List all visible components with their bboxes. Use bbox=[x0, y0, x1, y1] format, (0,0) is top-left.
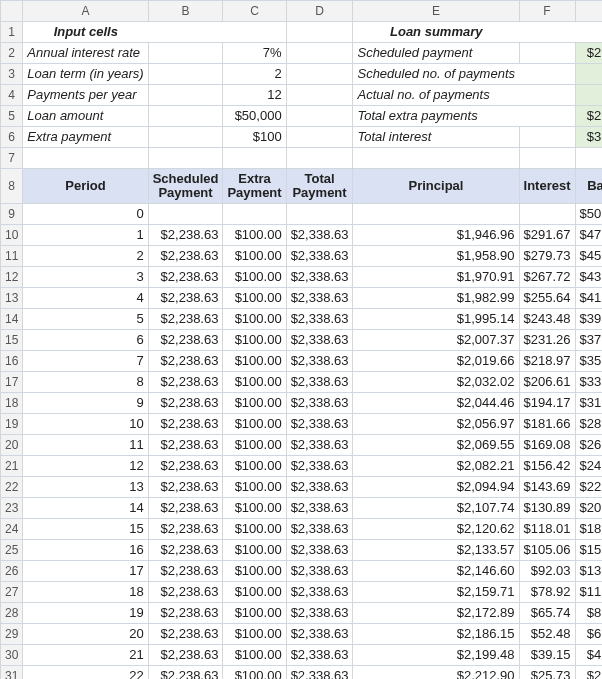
cell-scheduled[interactable]: $2,238.63 bbox=[148, 288, 223, 309]
cell-balance[interactable]: $28,984.61 bbox=[575, 414, 602, 435]
col-header[interactable]: G bbox=[575, 1, 602, 22]
label-total-extra-payments[interactable]: Total extra payments bbox=[353, 106, 519, 127]
th-balance[interactable]: Balance bbox=[575, 169, 602, 204]
cell-extra[interactable]: $100.00 bbox=[223, 309, 286, 330]
cell-scheduled[interactable]: $2,238.63 bbox=[148, 561, 223, 582]
cell-balance[interactable]: $37,537.72 bbox=[575, 330, 602, 351]
cell-extra[interactable]: $100.00 bbox=[223, 393, 286, 414]
summary-scheduled-no-payments[interactable]: 24 bbox=[575, 64, 602, 85]
cell-balance[interactable]: $11,269.66 bbox=[575, 582, 602, 603]
cell-extra[interactable]: $100.00 bbox=[223, 456, 286, 477]
cell-total[interactable]: $2,338.63 bbox=[286, 519, 353, 540]
row-header[interactable]: 30 bbox=[1, 645, 23, 666]
cell-interest[interactable] bbox=[519, 204, 575, 225]
cell[interactable] bbox=[286, 43, 353, 64]
cell-interest[interactable]: $169.08 bbox=[519, 435, 575, 456]
cell-principal[interactable]: $2,082.21 bbox=[353, 456, 519, 477]
cell-extra[interactable]: $100.00 bbox=[223, 624, 286, 645]
input-loan-term[interactable]: 2 bbox=[223, 64, 286, 85]
cell-total[interactable]: $2,338.63 bbox=[286, 288, 353, 309]
row-header[interactable]: 27 bbox=[1, 582, 23, 603]
cell-extra[interactable]: $100.00 bbox=[223, 477, 286, 498]
cell-principal[interactable]: $2,199.48 bbox=[353, 645, 519, 666]
input-cells-header[interactable]: Input cells bbox=[23, 22, 148, 43]
cell-principal[interactable]: $1,958.90 bbox=[353, 246, 519, 267]
row-header[interactable]: 9 bbox=[1, 204, 23, 225]
cell-interest[interactable]: $130.89 bbox=[519, 498, 575, 519]
cell-total[interactable]: $2,338.63 bbox=[286, 330, 353, 351]
cell-total[interactable]: $2,338.63 bbox=[286, 372, 353, 393]
cell-period[interactable]: 14 bbox=[23, 498, 148, 519]
cell[interactable] bbox=[519, 148, 575, 169]
cell-total[interactable]: $2,338.63 bbox=[286, 645, 353, 666]
cell[interactable] bbox=[148, 85, 223, 106]
cell-scheduled[interactable]: $2,238.63 bbox=[148, 519, 223, 540]
cell-period[interactable]: 19 bbox=[23, 603, 148, 624]
summary-total-extra-payments[interactable]: $2,200.00 bbox=[575, 106, 602, 127]
label-loan-amount[interactable]: Loan amount bbox=[23, 106, 148, 127]
cell-principal[interactable]: $2,186.15 bbox=[353, 624, 519, 645]
cell-period[interactable]: 9 bbox=[23, 393, 148, 414]
cell-scheduled[interactable]: $2,238.63 bbox=[148, 246, 223, 267]
cell-period[interactable]: 13 bbox=[23, 477, 148, 498]
th-interest[interactable]: Interest bbox=[519, 169, 575, 204]
summary-scheduled-payment[interactable]: $2,238.63 bbox=[575, 43, 602, 64]
cell-principal[interactable]: $2,007.37 bbox=[353, 330, 519, 351]
cell[interactable] bbox=[286, 106, 353, 127]
cell-extra[interactable]: $100.00 bbox=[223, 519, 286, 540]
cell-scheduled[interactable] bbox=[148, 204, 223, 225]
cell-total[interactable]: $2,338.63 bbox=[286, 582, 353, 603]
row-header[interactable]: 16 bbox=[1, 351, 23, 372]
row-header[interactable]: 12 bbox=[1, 267, 23, 288]
row-header[interactable]: 14 bbox=[1, 309, 23, 330]
cell[interactable] bbox=[148, 22, 223, 43]
cell[interactable] bbox=[286, 64, 353, 85]
cell[interactable] bbox=[519, 106, 575, 127]
cell-scheduled[interactable]: $2,238.63 bbox=[148, 477, 223, 498]
cell[interactable] bbox=[286, 148, 353, 169]
cell-extra[interactable]: $100.00 bbox=[223, 435, 286, 456]
row-header[interactable]: 6 bbox=[1, 127, 23, 148]
cell-period[interactable]: 1 bbox=[23, 225, 148, 246]
cell-principal[interactable]: $2,120.62 bbox=[353, 519, 519, 540]
row-header[interactable]: 22 bbox=[1, 477, 23, 498]
cell-interest[interactable]: $279.73 bbox=[519, 246, 575, 267]
cell-interest[interactable]: $25.73 bbox=[519, 666, 575, 680]
loan-summary-header[interactable]: Loan summary bbox=[353, 22, 519, 43]
cell-total[interactable] bbox=[286, 204, 353, 225]
cell-interest[interactable]: $105.06 bbox=[519, 540, 575, 561]
cell-extra[interactable]: $100.00 bbox=[223, 666, 286, 680]
cell[interactable] bbox=[148, 64, 223, 85]
cell-total[interactable]: $2,338.63 bbox=[286, 267, 353, 288]
row-header[interactable]: 18 bbox=[1, 393, 23, 414]
cell-period[interactable]: 0 bbox=[23, 204, 148, 225]
cell-interest[interactable]: $52.48 bbox=[519, 624, 575, 645]
cell-scheduled[interactable]: $2,238.63 bbox=[148, 435, 223, 456]
cell-total[interactable]: $2,338.63 bbox=[286, 435, 353, 456]
cell-total[interactable]: $2,338.63 bbox=[286, 666, 353, 680]
cell-principal[interactable]: $2,094.94 bbox=[353, 477, 519, 498]
row-header[interactable]: 20 bbox=[1, 435, 23, 456]
cell-balance[interactable]: $2,098.25 bbox=[575, 666, 602, 680]
cell-extra[interactable]: $100.00 bbox=[223, 372, 286, 393]
cell-total[interactable]: $2,338.63 bbox=[286, 498, 353, 519]
cell-scheduled[interactable]: $2,238.63 bbox=[148, 330, 223, 351]
input-annual-interest-rate[interactable]: 7% bbox=[223, 43, 286, 64]
cell-period[interactable]: 6 bbox=[23, 330, 148, 351]
cell-balance[interactable]: $31,141.57 bbox=[575, 393, 602, 414]
cell-principal[interactable]: $2,032.02 bbox=[353, 372, 519, 393]
row-header[interactable]: 15 bbox=[1, 330, 23, 351]
cell-interest[interactable]: $194.17 bbox=[519, 393, 575, 414]
cell-scheduled[interactable]: $2,238.63 bbox=[148, 645, 223, 666]
cell-total[interactable]: $2,338.63 bbox=[286, 225, 353, 246]
cell-period[interactable]: 22 bbox=[23, 666, 148, 680]
label-extra-payment[interactable]: Extra payment bbox=[23, 127, 148, 148]
col-header[interactable]: B bbox=[148, 1, 223, 22]
cell-principal[interactable]: $2,212.90 bbox=[353, 666, 519, 680]
cell-balance[interactable]: $20,230.17 bbox=[575, 498, 602, 519]
cell-total[interactable]: $2,338.63 bbox=[286, 477, 353, 498]
th-scheduled-payment[interactable]: Scheduled Payment bbox=[148, 169, 223, 204]
cell-extra[interactable]: $100.00 bbox=[223, 498, 286, 519]
cell-balance[interactable]: $33,286.04 bbox=[575, 372, 602, 393]
cell-extra[interactable]: $100.00 bbox=[223, 246, 286, 267]
